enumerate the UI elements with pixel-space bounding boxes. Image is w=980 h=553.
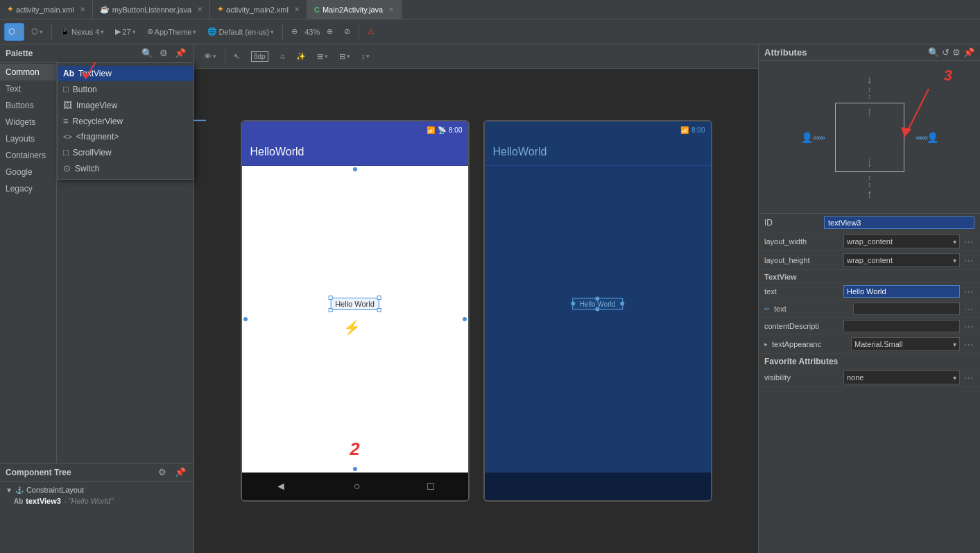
bp-handle-top[interactable] (596, 296, 600, 300)
tab-close-btn[interactable]: ✕ (197, 6, 203, 13)
text-input[interactable] (843, 285, 960, 298)
tab-activity-main-xml[interactable]: ✦ activity_main.xml ✕ (0, 0, 93, 19)
textview-selected-widget[interactable]: Hello World (330, 298, 379, 310)
attr-search-btn[interactable]: 🔍 (928, 47, 939, 58)
category-text[interactable]: Text (0, 80, 56, 97)
category-google[interactable]: Google (0, 164, 56, 180)
category-containers[interactable]: Containers (0, 147, 56, 164)
category-layouts[interactable]: Layouts (0, 130, 56, 147)
tab-close-btn[interactable]: ✕ (80, 6, 85, 13)
zoom-level: 43% (304, 28, 320, 36)
text2-input[interactable] (853, 303, 960, 315)
bp-handle-left[interactable] (571, 302, 575, 306)
category-legacy[interactable]: Legacy (0, 180, 56, 197)
tree-row-constraint-layout[interactable]: ▼ ⚓ ConstraintLayout (6, 484, 188, 495)
back-btn[interactable]: ◄ (275, 480, 286, 493)
align2-btn[interactable]: ⊟ (335, 47, 354, 65)
phone-content-normal[interactable]: Hello World ⚡ (242, 166, 468, 473)
text-label: text (764, 287, 841, 296)
zoom-out-btn[interactable]: ⊖ (287, 23, 302, 41)
palette-item-switch[interactable]: ⊙ Switch (58, 160, 194, 176)
tab-close-btn[interactable]: ✕ (388, 6, 394, 13)
attr-row-text2[interactable]: ✏ text ⋯ (759, 300, 980, 318)
attr-row-layout-width[interactable]: layout_width wrap_content ▾ ⋯ (759, 232, 980, 251)
layout-height-dropdown[interactable]: wrap_content ▾ (843, 253, 960, 267)
text-more-btn[interactable]: ⋯ (963, 287, 974, 297)
layout-width-more-btn[interactable]: ⋯ (963, 237, 974, 247)
attr-refresh-btn[interactable]: ↺ (942, 47, 949, 58)
attr-row-layout-height[interactable]: layout_height wrap_content ▾ ⋯ (759, 251, 980, 270)
theme-selector[interactable]: ⊛ AppTheme (143, 23, 201, 41)
api-selector[interactable]: ▶ 27 (111, 23, 139, 41)
align2-icon: ⊟ (339, 52, 345, 61)
fit-screen-btn[interactable]: ⊘ (340, 23, 354, 41)
anim-btn[interactable]: ♫ (275, 47, 289, 65)
layout-height-more-btn[interactable]: ⋯ (963, 255, 974, 266)
top-constraint-arrow[interactable]: ↓ ↕ ↕ (867, 74, 872, 100)
palette-item-textview[interactable]: Ab TextView (58, 66, 194, 81)
palette-header: Palette 🔍 ⚙ 📌 (0, 44, 194, 62)
bp-handle-bottom[interactable] (596, 307, 600, 311)
tab-my-button-listener[interactable]: ☕ myButtonListenner.java ✕ (93, 0, 210, 19)
attr-row-text-appearance[interactable]: ▸ textAppearanc Material.Small ▾ ⋯ (759, 335, 980, 354)
category-buttons[interactable]: Buttons (0, 97, 56, 114)
left-constraint-arrows[interactable]: 👤 »»»»» (801, 132, 824, 143)
design-mode-btn[interactable]: ⬡ (4, 23, 24, 41)
palette-item-scrollview[interactable]: □ ScrollView (58, 144, 194, 160)
error-btn[interactable]: ⚠ (363, 23, 379, 41)
bp-textview-widget[interactable]: Hello World (572, 298, 624, 309)
attr-row-visibility[interactable]: visibility none ▾ ⋯ (759, 368, 980, 387)
tree-row-textview3[interactable]: Ab textView3 - "Hello World" (14, 495, 188, 507)
bottom-constraint-arrow[interactable]: ↕ ↕ ↑ (867, 174, 872, 201)
bp-handle-right[interactable] (620, 302, 624, 306)
tree-collapse-icon[interactable]: ▼ (6, 486, 12, 494)
right-constraint-arrows[interactable]: ««««« 👤 (915, 132, 938, 143)
palette-gear-btn[interactable]: ⚙ (157, 47, 170, 59)
visibility-more-btn[interactable]: ⋯ (963, 373, 974, 383)
layout-width-dropdown[interactable]: wrap_content ▾ (843, 235, 960, 248)
guide-btn[interactable]: ↕ (357, 47, 375, 65)
zoom-in-btn[interactable]: ⊕ (323, 23, 337, 41)
component-tree-gear-btn[interactable]: ⚙ (156, 466, 169, 478)
text2-more-btn[interactable]: ⋯ (963, 304, 974, 314)
palette-search-btn[interactable]: 🔍 (139, 47, 155, 59)
magic-btn[interactable]: ✨ (292, 47, 310, 65)
blueprint-mode-btn[interactable]: ⬡ (27, 23, 47, 41)
select-tool-btn[interactable]: ↖ (230, 47, 244, 65)
align-btn[interactable]: ⊞ (313, 47, 332, 65)
attr-gear-btn[interactable]: ⚙ (952, 47, 961, 58)
handle-tl[interactable] (328, 296, 332, 300)
palette-item-button[interactable]: □ Button (58, 81, 194, 97)
attr-pin-btn[interactable]: 📌 (963, 47, 974, 58)
id-input[interactable] (824, 216, 974, 229)
visibility-dropdown[interactable]: none ▾ (843, 371, 960, 384)
tab-activity-main2-xml[interactable]: ✦ activity_main2.xml ✕ (210, 0, 307, 19)
text-appearance-more-btn[interactable]: ⋯ (963, 339, 974, 350)
text-appearance-dropdown[interactable]: Material.Small ▾ (851, 337, 960, 351)
component-tree-pin-btn[interactable]: 📌 (173, 466, 188, 478)
palette-item-imageview[interactable]: 🖼 ImageView (58, 97, 194, 113)
category-common[interactable]: Common (0, 64, 56, 80)
visibility-value: none (847, 373, 953, 382)
content-desc-more-btn[interactable]: ⋯ (963, 321, 974, 332)
handle-tr[interactable] (377, 296, 381, 300)
attributes-scroll[interactable]: layout_width wrap_content ▾ ⋯ layout_hei… (759, 232, 980, 553)
handle-br[interactable] (377, 308, 381, 312)
handle-bl[interactable] (328, 308, 332, 312)
palette-pin-btn[interactable]: 📌 (173, 47, 188, 59)
home-btn[interactable]: ○ (354, 480, 361, 493)
palette-item-fragment[interactable]: <> <fragment> (58, 129, 194, 144)
palette-item-recyclerview[interactable]: ≡ RecyclerView (58, 113, 194, 129)
preview-btn[interactable]: 👁 (200, 47, 221, 65)
tab-main2-activity-java[interactable]: C Main2Activity.java ✕ (307, 0, 402, 19)
phone-content-blueprint[interactable]: Hello World (485, 166, 711, 473)
device-selector[interactable]: 📱 Nexus 4 (56, 23, 108, 41)
margin-btn[interactable]: 8dp (247, 47, 273, 65)
tab-close-btn[interactable]: ✕ (294, 6, 300, 13)
attr-row-text[interactable]: text ⋯ (759, 283, 980, 300)
attr-row-content-desc[interactable]: contentDescripti ⋯ (759, 318, 980, 335)
category-widgets[interactable]: Widgets (0, 114, 56, 130)
locale-selector[interactable]: 🌐 Default (en-us) (203, 23, 278, 41)
recents-btn[interactable]: □ (427, 480, 434, 493)
content-desc-input[interactable] (843, 320, 960, 332)
